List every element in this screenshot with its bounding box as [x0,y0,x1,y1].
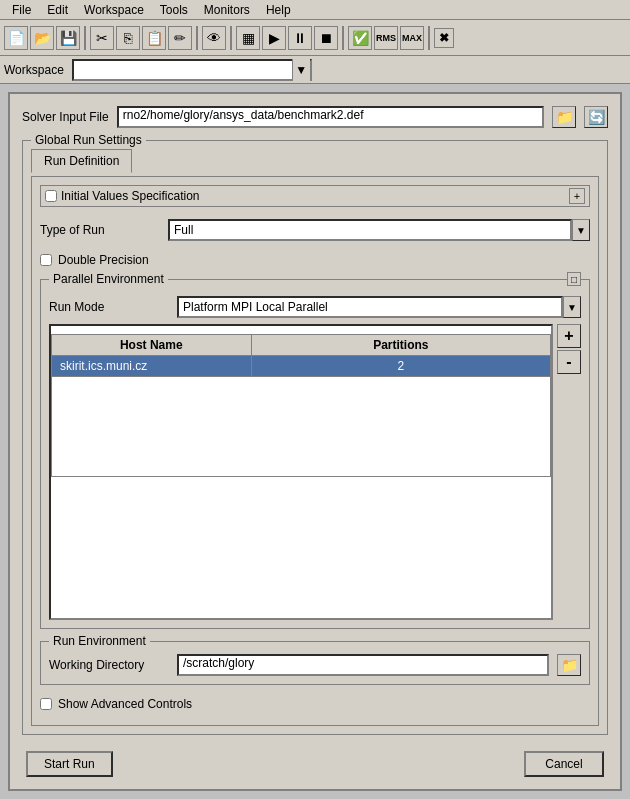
initial-values-expand-icon[interactable]: + [569,188,585,204]
main-area: Solver Input File rno2/home/glory/ansys_… [0,84,630,799]
show-advanced-label: Show Advanced Controls [58,697,192,711]
working-dir-label: Working Directory [49,658,169,672]
type-of-run-label: Type of Run [40,223,160,237]
parallel-env-expand-icon[interactable]: □ [567,272,581,286]
start-run-button[interactable]: Start Run [26,751,113,777]
initial-values-section: Initial Values Specification + [40,185,590,207]
type-of-run-row: Type of Run Full ▼ [40,219,590,241]
working-dir-row: Working Directory /scratch/glory 📁 [49,654,581,676]
initial-values-checkbox[interactable] [45,190,57,202]
double-precision-label: Double Precision [58,253,149,267]
dialog-panel: Solver Input File rno2/home/glory/ansys_… [8,92,622,791]
workspace-dropdown[interactable]: ▼ [72,59,312,81]
pkg-btn[interactable]: ▦ [236,26,260,50]
separator-2 [196,26,198,50]
parallel-env-legend: Parallel Environment [49,272,168,286]
global-run-settings-legend: Global Run Settings [31,133,146,147]
run-mode-row: Run Mode Platform MPI Local Parallel ▼ [49,296,581,318]
menubar: File Edit Workspace Tools Monitors Help [0,0,630,20]
working-dir-browse-btn[interactable]: 📁 [557,654,581,676]
bottom-bar: Start Run Cancel [22,743,608,777]
workspace-dropdown-value [74,61,292,79]
workspace-bar: Workspace ▼ [0,56,630,84]
menu-help[interactable]: Help [258,1,299,19]
table-row[interactable]: skirit.ics.muni.cz 2 [52,356,551,377]
paste-btn[interactable]: 📋 [142,26,166,50]
menu-workspace[interactable]: Workspace [76,1,152,19]
menu-file[interactable]: File [4,1,39,19]
host-table-container: Host Name Partitions skirit.ics.muni.cz … [49,324,553,620]
solver-path-value: rno2/home/glory/ansys_data/benchmark2.de… [123,108,364,122]
host-table-wrapper: Host Name Partitions skirit.ics.muni.cz … [49,324,581,620]
menu-edit[interactable]: Edit [39,1,76,19]
separator-3 [230,26,232,50]
edit-btn[interactable]: ✏ [168,26,192,50]
view-btn[interactable]: 👁 [202,26,226,50]
cut-btn[interactable]: ✂ [90,26,114,50]
show-advanced-checkbox[interactable] [40,698,52,710]
type-of-run-select-wrapper: Full ▼ [168,219,590,241]
run-env-legend: Run Environment [49,634,150,648]
new-file-btn[interactable]: 📄 [4,26,28,50]
separator-5 [428,26,430,50]
add-host-btn[interactable]: + [557,324,581,348]
parallel-env-group: Parallel Environment □ Run Mode Platform… [40,279,590,629]
solver-refresh-btn[interactable]: 🔄 [584,106,608,128]
pause-btn[interactable]: ⏸ [288,26,312,50]
solver-label: Solver Input File [22,110,109,124]
double-precision-row: Double Precision [40,253,590,267]
type-of-run-arrow[interactable]: ▼ [572,219,590,241]
type-of-run-value[interactable]: Full [168,219,572,241]
tab-run-definition[interactable]: Run Definition [31,149,132,173]
check-btn[interactable]: ✅ [348,26,372,50]
initial-values-title: Initial Values Specification [61,189,565,203]
menu-monitors[interactable]: Monitors [196,1,258,19]
host-table: Host Name Partitions skirit.ics.muni.cz … [51,334,551,477]
play-btn[interactable]: ▶ [262,26,286,50]
copy-btn[interactable]: ⎘ [116,26,140,50]
rms-btn[interactable]: RMS [374,26,398,50]
separator-1 [84,26,86,50]
workspace-label: Workspace [4,63,68,77]
max-btn[interactable]: MAX [400,26,424,50]
close-toolbar-btn[interactable]: ✖ [434,28,454,48]
run-mode-select-wrapper: Platform MPI Local Parallel ▼ [177,296,581,318]
run-env-group: Run Environment Working Directory /scrat… [40,641,590,685]
tab-content: Initial Values Specification + Type of R… [31,176,599,726]
solver-path-input[interactable]: rno2/home/glory/ansys_data/benchmark2.de… [117,106,544,128]
working-dir-input[interactable]: /scratch/glory [177,654,549,676]
run-mode-value[interactable]: Platform MPI Local Parallel [177,296,563,318]
cancel-button[interactable]: Cancel [524,751,604,777]
initial-values-header[interactable]: Initial Values Specification + [41,186,589,206]
menu-tools[interactable]: Tools [152,1,196,19]
run-mode-arrow[interactable]: ▼ [563,296,581,318]
show-advanced-row: Show Advanced Controls [40,697,590,711]
separator-4 [342,26,344,50]
stop-btn[interactable]: ⏹ [314,26,338,50]
tabs-container: Run Definition [31,149,599,172]
working-dir-value: /scratch/glory [183,656,254,670]
save-btn[interactable]: 💾 [56,26,80,50]
col-partitions: Partitions [251,335,550,356]
workspace-dropdown-arrow[interactable]: ▼ [292,59,310,81]
global-run-settings-group: Global Run Settings Run Definition Initi… [22,140,608,735]
solver-browse-btn[interactable]: 📁 [552,106,576,128]
solver-input-row: Solver Input File rno2/home/glory/ansys_… [22,106,608,128]
double-precision-checkbox[interactable] [40,254,52,266]
col-host-name: Host Name [52,335,252,356]
host-name-cell: skirit.ics.muni.cz [52,356,252,377]
partitions-cell: 2 [251,356,550,377]
table-buttons: + - [557,324,581,620]
toolbar: 📄 📂 💾 ✂ ⎘ 📋 ✏ 👁 ▦ ▶ ⏸ ⏹ ✅ RMS MAX ✖ [0,20,630,56]
run-mode-label: Run Mode [49,300,169,314]
open-btn[interactable]: 📂 [30,26,54,50]
remove-host-btn[interactable]: - [557,350,581,374]
